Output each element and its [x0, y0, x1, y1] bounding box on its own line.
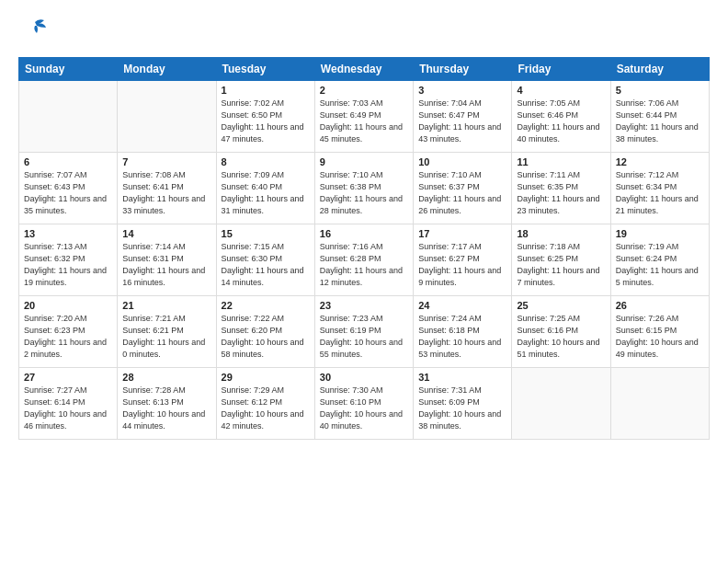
day-number: 16 — [320, 228, 408, 239]
day-info-line: Daylight: 11 hours and 28 minutes. — [320, 193, 408, 217]
day-info-line: Sunrise: 7:10 AM — [320, 169, 408, 181]
calendar-cell — [512, 368, 610, 440]
day-info: Sunrise: 7:30 AMSunset: 6:10 PMDaylight:… — [320, 385, 408, 432]
calendar-cell: 27Sunrise: 7:27 AMSunset: 6:14 PMDayligh… — [19, 368, 118, 440]
day-info-line: Daylight: 11 hours and 0 minutes. — [122, 337, 210, 361]
day-info: Sunrise: 7:25 AMSunset: 6:16 PMDaylight:… — [517, 313, 605, 361]
day-info-line: Sunset: 6:49 PM — [320, 109, 408, 121]
day-info: Sunrise: 7:11 AMSunset: 6:35 PMDaylight:… — [517, 169, 605, 217]
week-row-2: 6Sunrise: 7:07 AMSunset: 6:43 PMDaylight… — [19, 153, 710, 224]
calendar-cell: 5Sunrise: 7:06 AMSunset: 6:44 PMDaylight… — [610, 81, 709, 153]
day-info-line: Sunrise: 7:09 AM — [222, 169, 310, 181]
day-info: Sunrise: 7:17 AMSunset: 6:27 PMDaylight:… — [418, 241, 506, 289]
day-number: 5 — [616, 85, 704, 96]
day-info-line: Sunrise: 7:05 AM — [517, 98, 605, 109]
day-info-line: Sunrise: 7:30 AM — [320, 385, 408, 396]
day-info: Sunrise: 7:02 AMSunset: 6:50 PMDaylight:… — [222, 98, 310, 145]
day-info-line: Daylight: 10 hours and 58 minutes. — [222, 337, 310, 361]
day-info: Sunrise: 7:04 AMSunset: 6:47 PMDaylight:… — [418, 98, 506, 145]
day-info-line: Daylight: 11 hours and 9 minutes. — [418, 265, 506, 289]
day-number: 7 — [122, 156, 210, 167]
day-number: 11 — [517, 156, 605, 167]
week-row-3: 13Sunrise: 7:13 AMSunset: 6:32 PMDayligh… — [19, 224, 710, 296]
day-info-line: Daylight: 11 hours and 19 minutes. — [24, 265, 112, 289]
calendar-cell — [118, 81, 216, 153]
day-info-line: Sunset: 6:44 PM — [616, 109, 704, 121]
calendar-cell: 28Sunrise: 7:28 AMSunset: 6:13 PMDayligh… — [118, 368, 216, 440]
calendar-cell: 4Sunrise: 7:05 AMSunset: 6:46 PMDaylight… — [512, 81, 610, 153]
day-number: 13 — [24, 228, 112, 239]
day-number: 4 — [517, 85, 605, 96]
day-info: Sunrise: 7:14 AMSunset: 6:31 PMDaylight:… — [122, 241, 210, 289]
calendar-cell — [19, 81, 118, 153]
weekday-header-friday: Friday — [512, 58, 610, 81]
day-info-line: Sunset: 6:14 PM — [24, 396, 112, 408]
day-info-line: Daylight: 11 hours and 2 minutes. — [24, 337, 112, 361]
calendar-cell: 16Sunrise: 7:16 AMSunset: 6:28 PMDayligh… — [314, 224, 413, 296]
day-info-line: Sunrise: 7:02 AM — [222, 98, 310, 109]
day-info-line: Daylight: 11 hours and 16 minutes. — [122, 265, 210, 289]
day-number: 26 — [616, 300, 704, 311]
weekday-header-saturday: Saturday — [610, 58, 709, 81]
day-info-line: Sunset: 6:18 PM — [418, 325, 506, 337]
day-info: Sunrise: 7:10 AMSunset: 6:37 PMDaylight:… — [418, 169, 506, 217]
day-info-line: Daylight: 11 hours and 47 minutes. — [222, 121, 310, 145]
day-info-line: Daylight: 11 hours and 43 minutes. — [418, 121, 506, 145]
calendar-cell: 17Sunrise: 7:17 AMSunset: 6:27 PMDayligh… — [414, 224, 512, 296]
day-info: Sunrise: 7:19 AMSunset: 6:24 PMDaylight:… — [616, 241, 704, 289]
day-info-line: Sunset: 6:25 PM — [517, 253, 605, 265]
week-row-1: 1Sunrise: 7:02 AMSunset: 6:50 PMDaylight… — [19, 81, 710, 153]
day-info-line: Sunrise: 7:19 AM — [616, 241, 704, 253]
day-number: 9 — [320, 156, 408, 167]
day-info-line: Sunset: 6:46 PM — [517, 109, 605, 121]
day-info: Sunrise: 7:22 AMSunset: 6:20 PMDaylight:… — [222, 313, 310, 361]
day-info-line: Daylight: 10 hours and 55 minutes. — [320, 337, 408, 361]
calendar-cell: 3Sunrise: 7:04 AMSunset: 6:47 PMDaylight… — [414, 81, 512, 153]
day-number: 27 — [24, 372, 112, 383]
day-info-line: Sunset: 6:30 PM — [222, 253, 310, 265]
day-info-line: Sunset: 6:27 PM — [418, 253, 506, 265]
day-info: Sunrise: 7:07 AMSunset: 6:43 PMDaylight:… — [24, 169, 112, 217]
day-info-line: Sunrise: 7:27 AM — [24, 385, 112, 396]
day-info: Sunrise: 7:28 AMSunset: 6:13 PMDaylight:… — [122, 385, 210, 432]
calendar-cell: 10Sunrise: 7:10 AMSunset: 6:37 PMDayligh… — [414, 153, 512, 224]
day-number: 2 — [320, 85, 408, 96]
day-number: 8 — [222, 156, 310, 167]
day-info-line: Daylight: 10 hours and 46 minutes. — [24, 408, 112, 432]
day-info-line: Sunrise: 7:22 AM — [222, 313, 310, 325]
day-number: 23 — [320, 300, 408, 311]
day-number: 30 — [320, 372, 408, 383]
day-info-line: Daylight: 11 hours and 35 minutes. — [24, 193, 112, 217]
day-info-line: Daylight: 11 hours and 26 minutes. — [418, 193, 506, 217]
day-number: 14 — [122, 228, 210, 239]
day-info-line: Sunset: 6:13 PM — [122, 396, 210, 408]
day-number: 25 — [517, 300, 605, 311]
calendar-cell: 25Sunrise: 7:25 AMSunset: 6:16 PMDayligh… — [512, 296, 610, 368]
day-info-line: Sunrise: 7:20 AM — [24, 313, 112, 325]
day-info-line: Sunrise: 7:16 AM — [320, 241, 408, 253]
day-info-line: Sunset: 6:47 PM — [418, 109, 506, 121]
day-info-line: Sunrise: 7:14 AM — [122, 241, 210, 253]
day-info: Sunrise: 7:08 AMSunset: 6:41 PMDaylight:… — [122, 169, 210, 217]
calendar-cell: 20Sunrise: 7:20 AMSunset: 6:23 PMDayligh… — [19, 296, 118, 368]
calendar-cell: 11Sunrise: 7:11 AMSunset: 6:35 PMDayligh… — [512, 153, 610, 224]
day-info-line: Sunrise: 7:08 AM — [122, 169, 210, 181]
day-info-line: Sunset: 6:31 PM — [122, 253, 210, 265]
calendar-cell: 30Sunrise: 7:30 AMSunset: 6:10 PMDayligh… — [314, 368, 413, 440]
calendar-cell: 24Sunrise: 7:24 AMSunset: 6:18 PMDayligh… — [414, 296, 512, 368]
calendar-cell: 19Sunrise: 7:19 AMSunset: 6:24 PMDayligh… — [610, 224, 709, 296]
day-info-line: Sunrise: 7:04 AM — [418, 98, 506, 109]
weekday-header-monday: Monday — [118, 58, 216, 81]
calendar-cell: 31Sunrise: 7:31 AMSunset: 6:09 PMDayligh… — [414, 368, 512, 440]
weekday-header-sunday: Sunday — [19, 58, 118, 81]
day-info-line: Sunrise: 7:24 AM — [418, 313, 506, 325]
day-number: 1 — [222, 85, 310, 96]
day-info-line: Daylight: 10 hours and 49 minutes. — [616, 337, 704, 361]
day-info: Sunrise: 7:05 AMSunset: 6:46 PMDaylight:… — [517, 98, 605, 145]
day-number: 28 — [122, 372, 210, 383]
calendar-cell: 12Sunrise: 7:12 AMSunset: 6:34 PMDayligh… — [610, 153, 709, 224]
day-info-line: Sunrise: 7:23 AM — [320, 313, 408, 325]
day-info-line: Daylight: 10 hours and 40 minutes. — [320, 408, 408, 432]
calendar-cell: 1Sunrise: 7:02 AMSunset: 6:50 PMDaylight… — [216, 81, 314, 153]
day-info-line: Sunrise: 7:31 AM — [418, 385, 506, 396]
